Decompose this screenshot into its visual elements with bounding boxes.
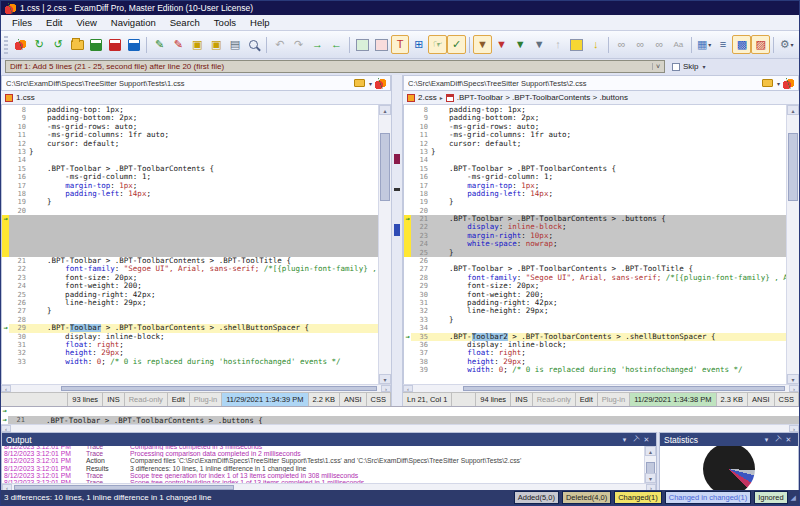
code-line[interactable]: 12 cursor: default; [2, 140, 378, 148]
code-line[interactable]: 33 width: 0; /* 0 is replaced during 'ho… [2, 358, 378, 366]
code-line[interactable]: 25 } [404, 249, 786, 257]
output-log[interactable]: 8/12/2023 3:12:01 PMTraceComparing files… [2, 446, 656, 483]
code-line[interactable]: 11 -ms-grid-columns: 1fr auto; [404, 131, 786, 139]
show-inline-diffs-icon[interactable]: T [391, 35, 410, 54]
word-wrap-icon[interactable]: ≡ [714, 35, 733, 54]
options-icon[interactable]: ⚙▾ [777, 35, 796, 54]
code-line[interactable]: 32 height: 29px; [2, 349, 378, 357]
right-hscroll-thumb[interactable] [463, 386, 785, 391]
scroll-left-icon[interactable]: ‹ [403, 385, 413, 392]
code-line[interactable]: 22 display: inline-block; [404, 223, 786, 231]
code-line[interactable]: →29 .BPT-Toolbar > .BPT-ToolbarContents … [2, 324, 378, 332]
left-code-area[interactable]: 8 padding-top: 1px;9 padding-bottom: 2px… [1, 105, 391, 384]
scroll-right-icon[interactable]: › [789, 425, 799, 432]
code-line[interactable]: 39 width: 0; /* 0 is replaced during 'ho… [404, 366, 786, 374]
missing-lines-block[interactable]: → [2, 215, 378, 257]
filter-deleted-icon[interactable]: ▼ [492, 35, 511, 54]
code-line[interactable]: →21 .BPT-Toolbar > .BPT-ToolbarContents … [404, 215, 786, 223]
save-both-files-icon[interactable] [124, 35, 143, 54]
scroll-up-icon[interactable]: ▴ [787, 105, 799, 115]
code-line[interactable]: 15 .BPT-Toolbar > .BPT-ToolbarContents { [2, 165, 378, 173]
code-line[interactable]: 17 margin-top: 1px; [404, 182, 786, 190]
code-line[interactable]: 8 padding-top: 1px; [2, 106, 378, 114]
skip-checkbox[interactable] [672, 63, 680, 71]
scroll-left-icon[interactable]: ‹ [1, 385, 11, 392]
left-horizontal-scrollbar[interactable]: ‹ › [1, 384, 391, 392]
save-second-file-icon[interactable] [105, 35, 124, 54]
left-open-folder-icon[interactable] [354, 79, 365, 87]
right-path-caret-icon[interactable]: ▾ [777, 80, 780, 87]
code-line[interactable]: 8 padding-top: 1px; [404, 106, 786, 114]
output-panel-header[interactable]: Output ▾ ⊤ ✕ [2, 433, 656, 446]
right-app-icon[interactable] [783, 78, 794, 89]
code-line[interactable]: 10 -ms-grid-rows: auto; [2, 123, 378, 131]
code-line[interactable]: 36 display: inline-block; [404, 341, 786, 349]
match-case-icon[interactable]: Aa [669, 35, 688, 54]
output-vertical-scrollbar[interactable]: ▴ ▾ [644, 446, 656, 483]
code-line[interactable]: 21 .BPT-Toolbar > .BPT-ToolbarContents >… [2, 257, 378, 265]
code-line[interactable]: 17 margin-top: 1px; [2, 182, 378, 190]
code-line[interactable]: 26 [404, 257, 786, 265]
filter-all-icon[interactable]: ▼ [473, 35, 492, 54]
code-line[interactable]: 34 [404, 324, 786, 332]
code-line[interactable]: 28 font-family: "Segoe UI", Arial, sans-… [404, 274, 786, 282]
edit-first-file-icon[interactable]: ✎ [150, 35, 169, 54]
undo-icon[interactable]: ↶ [270, 35, 289, 54]
diff-map-mark[interactable] [394, 154, 400, 164]
left-app-icon[interactable] [375, 78, 386, 89]
code-line[interactable]: →35 .BPT-Toolbar2 > .BPT-ToolbarContents… [404, 333, 786, 341]
left-file-tab[interactable]: 1.css [16, 93, 35, 102]
right-file-tab[interactable]: 2.css [418, 93, 437, 102]
filter-added-icon[interactable]: ▼ [511, 35, 530, 54]
code-line[interactable]: 30 font-weight: 200; [404, 291, 786, 299]
scroll-down-icon[interactable]: ▾ [379, 374, 391, 384]
split-view-icon[interactable]: ⊞ [409, 35, 428, 54]
diff-map-mark[interactable] [394, 224, 400, 236]
statistics-panel-header[interactable]: Statistics ▾ ⊤ ✕ [660, 433, 798, 446]
scroll-up-icon[interactable]: ▴ [379, 105, 391, 115]
code-line[interactable]: 26 line-height: 29px; [2, 299, 378, 307]
output-log-row[interactable]: 8/12/2023 3:12:01 PMActionCompared files… [2, 457, 644, 464]
diff-map[interactable] [391, 75, 403, 406]
code-line[interactable]: 16 -ms-grid-column: 1; [2, 173, 378, 181]
code-line[interactable]: 20 [2, 207, 378, 215]
code-line[interactable]: 14 [404, 156, 786, 164]
code-line[interactable]: 18 padding-left: 14px; [404, 190, 786, 198]
previous-difference-icon[interactable]: ← [327, 35, 346, 54]
scroll-up-icon[interactable]: ▴ [645, 446, 656, 456]
left-path-caret-icon[interactable]: ▾ [369, 80, 372, 87]
code-line[interactable]: 19 } [404, 198, 786, 206]
scroll-right-icon[interactable]: › [789, 385, 799, 392]
toolbar-grip[interactable] [4, 36, 8, 54]
code-line[interactable]: 29 font-size: 20px; [404, 282, 786, 290]
code-line[interactable]: 24 white-space: nowrap; [404, 240, 786, 248]
output-log-row[interactable]: 8/12/2023 3:12:01 PMTraceProcessing comp… [2, 450, 644, 457]
current-diff-combobox[interactable]: Diff 1: Add 5 lines (21 - 25, second fil… [5, 60, 665, 73]
show-deleted-icon[interactable] [372, 35, 391, 54]
current-diff-line[interactable]: → [1, 407, 799, 416]
left-hscroll-thumb[interactable] [61, 386, 377, 391]
filter-search-icon[interactable]: ▼ [530, 35, 549, 54]
menu-search[interactable]: Search [163, 16, 207, 29]
code-line[interactable]: 12 cursor: default; [404, 140, 786, 148]
scroll-down-icon[interactable]: ▾ [787, 374, 799, 384]
code-line[interactable]: 9 padding-bottom: 2px; [404, 114, 786, 122]
left-vertical-scrollbar[interactable]: ▴ ▾ [378, 105, 391, 384]
menu-navigation[interactable]: Navigation [104, 16, 163, 29]
code-line[interactable]: 9 padding-bottom: 2px; [2, 114, 378, 122]
code-line[interactable]: 24 font-weight: 200; [2, 282, 378, 290]
plugins-icon[interactable]: ▩ [732, 35, 751, 54]
code-line[interactable]: 22 font-family: "Segoe UI", Arial, sans-… [2, 265, 378, 273]
right-vertical-scrollbar[interactable]: ▴ ▾ [786, 105, 799, 384]
code-line[interactable]: 23 margin-right: 10px; [404, 232, 786, 240]
auto-recompare-icon[interactable]: ✓ [447, 35, 466, 54]
output-log-row[interactable]: 8/12/2023 3:12:01 PMResults3 differences… [2, 465, 644, 472]
save-first-file-icon[interactable] [86, 35, 105, 54]
skip-checkbox-wrap[interactable]: Skip ▾ [672, 62, 706, 71]
show-identical-icon[interactable] [353, 35, 372, 54]
zoom-icon[interactable] [244, 35, 263, 54]
code-line[interactable]: 20 [404, 207, 786, 215]
right-vscroll-thumb[interactable] [788, 133, 798, 201]
recompare-icon[interactable]: ↻ [30, 35, 49, 54]
chevron-down-icon[interactable]: ˅ [652, 63, 660, 70]
